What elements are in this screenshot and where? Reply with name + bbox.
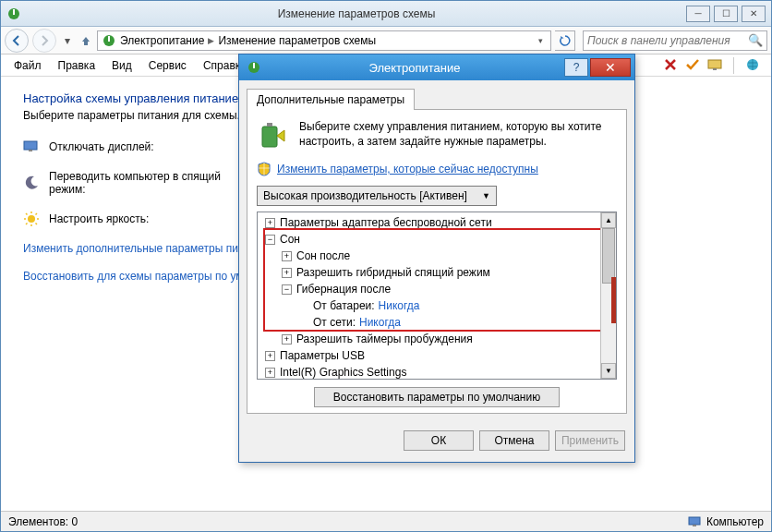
forward-button[interactable] xyxy=(32,29,56,53)
svg-line-14 xyxy=(36,224,38,225)
cancel-button[interactable]: Отмена xyxy=(479,430,549,451)
window-title: Изменение параметров схемы xyxy=(27,7,686,20)
tab-content: Выберите схему управления питанием, кото… xyxy=(247,109,627,414)
tree-hybrid-sleep[interactable]: +Разрешить гибридный спящий режим xyxy=(261,264,612,281)
dialog-help-button[interactable]: ? xyxy=(564,58,588,77)
svg-rect-20 xyxy=(253,63,255,68)
svg-rect-17 xyxy=(689,517,700,525)
sun-icon xyxy=(23,211,40,227)
expand-icon[interactable]: + xyxy=(282,334,292,345)
power-plan-dropdown[interactable]: Высокая производительность [Активен] ▼ xyxy=(257,186,497,206)
svg-rect-7 xyxy=(29,150,32,151)
menu-service[interactable]: Сервис xyxy=(141,56,194,75)
expand-icon[interactable]: + xyxy=(282,251,292,261)
expand-icon[interactable]: + xyxy=(265,351,275,361)
breadcrumb[interactable]: Электропитание ▶ Изменение параметров сх… xyxy=(97,30,551,51)
back-button[interactable] xyxy=(5,29,29,53)
scroll-thumb[interactable] xyxy=(602,228,615,284)
menu-view[interactable]: Вид xyxy=(104,56,139,75)
scroll-down-button[interactable]: ▼ xyxy=(601,363,616,379)
search-input[interactable] xyxy=(587,34,748,47)
battery-plug-icon xyxy=(257,119,290,152)
dialog-titlebar[interactable]: Электропитание ? ✕ xyxy=(239,54,634,80)
dialog-footer: ОК Отмена Применить xyxy=(239,421,634,462)
menu-edit[interactable]: Правка xyxy=(51,56,103,75)
svg-rect-6 xyxy=(24,141,37,150)
collapse-icon[interactable]: − xyxy=(282,284,292,295)
setting-display-label: Отключать дисплей: xyxy=(49,140,154,153)
hibernate-battery-value[interactable]: Никогда xyxy=(379,297,420,314)
tree-hibernate-after[interactable]: −Гибернация после xyxy=(261,281,612,297)
breadcrumb-root[interactable]: Электропитание xyxy=(120,34,204,47)
settings-tree: +Параметры адаптера беспроводной сети −С… xyxy=(257,212,617,380)
titlebar: Изменение параметров схемы ─ ☐ ✕ xyxy=(1,1,771,27)
svg-rect-3 xyxy=(108,36,110,42)
tree-usb[interactable]: +Параметры USB xyxy=(261,347,612,364)
expand-icon[interactable]: + xyxy=(265,218,275,228)
setting-sleep-label: Переводить компьютер в спящийрежим: xyxy=(49,170,221,196)
svg-rect-1 xyxy=(13,9,15,15)
breadcrumb-dropdown-icon[interactable]: ▾ xyxy=(535,36,547,45)
dialog-intro-text: Выберите схему управления питанием, кото… xyxy=(299,119,617,152)
tree-sleep[interactable]: −Сон xyxy=(261,231,612,248)
svg-rect-21 xyxy=(262,127,277,147)
minimize-button[interactable]: ─ xyxy=(686,6,710,22)
tree-wake-timers[interactable]: +Разрешить таймеры пробуждения xyxy=(261,331,612,347)
power-plan-icon xyxy=(6,6,21,21)
power-plan-selected: Высокая производительность [Активен] xyxy=(263,189,467,202)
chevron-down-icon: ▼ xyxy=(482,191,490,200)
power-icon xyxy=(247,60,261,75)
moon-icon xyxy=(23,175,40,191)
tab-advanced[interactable]: Дополнительные параметры xyxy=(247,89,415,110)
tree-wireless[interactable]: +Параметры адаптера беспроводной сети xyxy=(261,214,612,231)
tool-check-icon[interactable] xyxy=(685,57,700,72)
svg-rect-4 xyxy=(708,60,721,68)
nav-bar: ▾ Электропитание ▶ Изменение параметров … xyxy=(1,27,771,54)
tool-cancel-icon[interactable] xyxy=(663,57,678,72)
dialog-title: Электропитание xyxy=(265,61,564,75)
highlight-edge xyxy=(611,277,617,323)
tree-hibernate-mains[interactable]: От сети:Никогда xyxy=(261,314,612,331)
history-dropdown[interactable]: ▾ xyxy=(60,34,75,47)
monitor-icon xyxy=(23,139,40,155)
search-icon[interactable]: 🔍 xyxy=(748,33,763,47)
svg-rect-22 xyxy=(267,123,272,127)
status-bar: Элементов: 0 Компьютер xyxy=(1,511,771,531)
tree-hibernate-battery[interactable]: От батареи:Никогда xyxy=(261,297,612,314)
collapse-icon[interactable]: − xyxy=(265,235,275,245)
close-button[interactable]: ✕ xyxy=(742,6,766,22)
tool-screen-icon[interactable] xyxy=(707,57,722,72)
svg-line-13 xyxy=(26,213,28,215)
ok-button[interactable]: ОК xyxy=(404,430,474,451)
maximize-button[interactable]: ☐ xyxy=(714,6,738,22)
expand-icon[interactable]: + xyxy=(265,368,275,378)
tree-intel-graphics[interactable]: +Intel(R) Graphics Settings xyxy=(261,364,612,380)
status-computer: Компьютер xyxy=(706,515,764,528)
tree-sleep-after[interactable]: +Сон после xyxy=(261,248,612,264)
chevron-right-icon: ▶ xyxy=(208,36,214,45)
svg-line-15 xyxy=(26,224,28,225)
dialog-close-button[interactable]: ✕ xyxy=(590,58,631,77)
search-box[interactable]: 🔍 xyxy=(583,30,767,51)
up-button[interactable] xyxy=(78,34,93,47)
status-item-count: Элементов: 0 xyxy=(8,515,78,528)
link-change-unavailable[interactable]: Изменить параметры, которые сейчас недос… xyxy=(257,162,617,176)
expand-icon[interactable]: + xyxy=(282,268,292,278)
restore-defaults-button[interactable]: Восстановить параметры по умолчанию xyxy=(314,387,560,407)
scroll-up-button[interactable]: ▲ xyxy=(601,212,616,228)
breadcrumb-current[interactable]: Изменение параметров схемы xyxy=(218,34,376,47)
power-icon xyxy=(102,33,116,48)
tool-shell-icon[interactable] xyxy=(745,57,760,72)
apply-button[interactable]: Применить xyxy=(555,430,625,451)
menu-file[interactable]: Файл xyxy=(6,56,49,75)
power-options-dialog: Электропитание ? ✕ Дополнительные параме… xyxy=(238,54,635,463)
setting-brightness-label: Настроить яркость: xyxy=(49,212,149,225)
svg-line-16 xyxy=(36,213,38,215)
hibernate-mains-value[interactable]: Никогда xyxy=(359,314,401,331)
shield-icon xyxy=(257,162,271,176)
svg-point-8 xyxy=(28,215,35,223)
svg-rect-5 xyxy=(713,68,717,70)
refresh-button[interactable] xyxy=(555,30,575,51)
svg-rect-18 xyxy=(693,525,696,526)
computer-icon xyxy=(688,515,701,528)
